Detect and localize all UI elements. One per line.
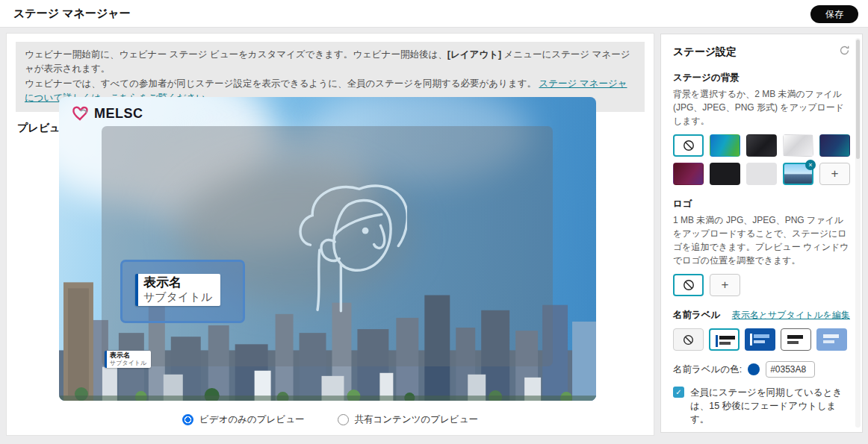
melsc-heart-icon <box>71 104 90 122</box>
edit-display-name-link[interactable]: 表示名とサブタイトルを編集 <box>732 309 850 322</box>
background-heading: ステージの背景 <box>673 72 850 84</box>
refresh-icon[interactable] <box>839 45 850 59</box>
fade-out-label: 全員にステージを同期しているときは、15 秒後にフェードアウトします。 <box>690 386 850 426</box>
radio-unselected-icon[interactable] <box>338 414 349 425</box>
logo-upload-button[interactable]: + <box>710 274 740 296</box>
color-hex-input[interactable] <box>766 361 815 378</box>
label-style-translucent[interactable] <box>816 328 847 351</box>
name-label-small: 表示名 サブタイトル <box>105 351 151 368</box>
background-thumb-black[interactable] <box>710 163 740 185</box>
plus-icon: + <box>831 166 839 181</box>
display-name-text-small: 表示名 <box>110 351 146 360</box>
label-style-left-bar-light-selected[interactable] <box>709 328 740 351</box>
label-style-line <box>823 340 834 343</box>
remove-background-icon[interactable]: × <box>805 160 816 170</box>
name-label-large[interactable]: 表示名 サブタイトル <box>135 274 220 306</box>
no-label-icon <box>683 334 694 345</box>
background-thumb-light-gray[interactable] <box>746 163 777 185</box>
background-none-option[interactable] <box>673 134 704 157</box>
logo-none-option[interactable] <box>673 274 704 296</box>
avatar-face-line-art <box>295 169 407 331</box>
label-style-plain-light[interactable] <box>781 328 811 351</box>
background-thumb-white-silk[interactable] <box>783 134 813 157</box>
name-label-color-row: 名前ラベルの色: <box>673 361 850 378</box>
label-style-bar <box>750 334 752 345</box>
radio-shared-content-preview[interactable]: 共有コンテンツのプレビュー <box>338 413 478 426</box>
label-style-left-bar-dark[interactable] <box>745 328 775 351</box>
banner-line1-pre: ウェビナー開始前に、ウェビナー ステージ ビューをカスタマイズできます。ウェビナ… <box>25 49 447 60</box>
fade-out-checkbox-checked[interactable]: ✓ <box>673 387 684 398</box>
plus-icon: + <box>722 278 729 293</box>
background-thumb-city-photo-selected[interactable]: × <box>783 163 813 185</box>
save-button[interactable]: 保存 <box>810 5 858 23</box>
label-style-line <box>719 336 735 340</box>
brand-logo-text: MELSC <box>94 106 143 122</box>
banner-line2: ウェビナーでは、すべての参加者が同じステージ設定を表示できるように、全員のステー… <box>25 78 536 89</box>
stage-settings-panel: ステージ設定 ステージの背景 背景を選択するか、2 MB 未満のファイル (JP… <box>660 34 863 433</box>
display-name-text: 表示名 <box>143 275 212 290</box>
label-style-line <box>787 335 803 339</box>
background-thumb-red-purple[interactable] <box>673 163 704 185</box>
logo-heading: ロゴ <box>673 198 850 210</box>
logo-options: + <box>673 274 850 296</box>
radio-video-only-label: ビデオのみのプレビュー <box>199 413 304 426</box>
no-logo-icon <box>683 279 695 291</box>
brand-logo: MELSC <box>71 104 143 122</box>
main-panel: ウェビナー開始前に、ウェビナー ステージ ビューをカスタマイズできます。ウェビナ… <box>6 33 654 436</box>
page-title: ステージ マネージャー <box>13 7 131 21</box>
scrollbar-thumb[interactable] <box>856 40 860 159</box>
subtitle-text-small: サブタイトル <box>110 360 146 367</box>
radio-selected-icon[interactable] <box>182 414 193 425</box>
background-description: 背景を選択するか、2 MB 未満のファイル (JPG、JPEG、PNG 形式) … <box>673 87 850 128</box>
label-style-line <box>754 340 765 343</box>
color-swatch[interactable] <box>748 363 760 375</box>
label-style-none[interactable] <box>673 328 704 351</box>
banner-line1-bold: [レイアウト] <box>447 49 501 60</box>
color-label: 名前ラベルの色: <box>673 363 742 376</box>
label-style-line <box>823 334 839 338</box>
label-style-line <box>719 342 731 345</box>
radio-shared-content-label: 共有コンテンツのプレビュー <box>355 413 478 426</box>
radio-video-only-preview[interactable]: ビデオのみのプレビュー <box>182 413 304 426</box>
background-thumbnail-grid: × + <box>673 134 850 185</box>
logo-description: 1 MB 未満の JPG、JPEG、PNG ファイルをアップロードすることで、ス… <box>673 213 850 267</box>
name-label-style-options <box>673 328 850 351</box>
stage-preview: MELSC 表示名 サブタイトル 表示名 サブタイトル <box>59 97 596 401</box>
settings-scrollbar[interactable] <box>855 38 861 428</box>
label-style-bar <box>716 335 718 347</box>
top-header: ステージ マネージャー 保存 <box>0 0 868 28</box>
fade-out-setting: ✓ 全員にステージを同期しているときは、15 秒後にフェードアウトします。 <box>673 386 850 426</box>
label-style-line <box>754 334 769 338</box>
label-style-line <box>787 341 799 344</box>
preview-mode-radio-group: ビデオのみのプレビュー 共有コンテンツのプレビュー <box>7 413 654 426</box>
background-upload-button[interactable]: + <box>819 163 850 185</box>
settings-title: ステージ設定 <box>673 46 737 59</box>
no-background-icon <box>683 140 695 151</box>
background-thumb-dark-waves[interactable] <box>746 134 777 157</box>
name-label-heading: 名前ラベル <box>673 309 720 322</box>
background-thumb-navy-teal[interactable] <box>819 134 850 157</box>
background-thumb-blue-green[interactable] <box>710 134 740 157</box>
subtitle-text: サブタイトル <box>143 290 212 303</box>
name-label-drag-frame[interactable]: 表示名 サブタイトル <box>120 260 245 323</box>
